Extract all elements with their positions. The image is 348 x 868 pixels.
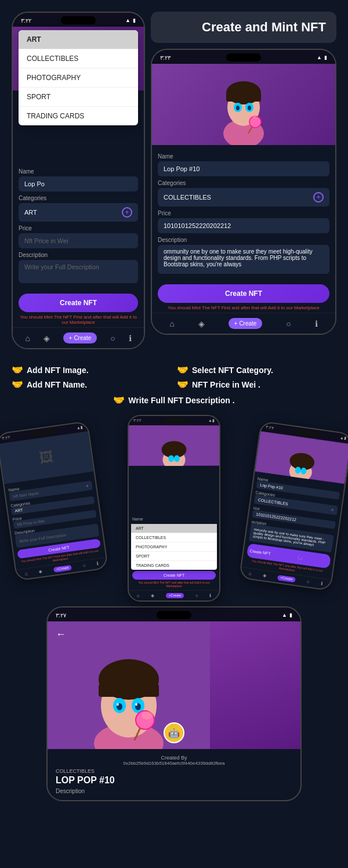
small-info-left[interactable]: ℹ (96, 561, 99, 566)
back-arrow[interactable]: ← (56, 628, 66, 641)
small-create-nav-right-s[interactable]: +Create (277, 575, 296, 583)
svg-point-31 (117, 703, 119, 706)
dropdown-item-sport[interactable]: SPORT (19, 88, 138, 107)
small-dd-trading[interactable]: TRADING CARDS (131, 561, 217, 570)
small-time-center: ۳:۲۲ (133, 418, 142, 423)
battery-icon: ▮ (133, 17, 136, 23)
info-icon-left[interactable]: ℹ (129, 334, 132, 343)
small-home-left[interactable]: ⌂ (24, 571, 28, 577)
price-input-right[interactable]: 1010101252220202212 (158, 218, 329, 233)
svg-point-16 (174, 455, 180, 462)
categories-value-right: COLLECTIBLES (164, 194, 211, 201)
small-cat-value-right-s: COLLECTIBLES (258, 497, 288, 505)
bottom-phone-section: ۳:۲۷ ▲ ▮ ← (0, 601, 348, 807)
instructions-section: 🤝 Add NFT Image. 🤝 Select NFT Category. … (0, 355, 348, 415)
instruction-icon-3: 🤝 (12, 379, 23, 390)
svg-point-15 (168, 455, 174, 462)
create-nav-btn-left[interactable]: + Create (63, 332, 97, 343)
svg-point-36 (142, 711, 153, 719)
small-plus-left: + (85, 483, 89, 489)
home-icon-right[interactable]: ⌂ (169, 319, 174, 328)
categories-value-left: ART (24, 209, 37, 216)
layers-icon-left[interactable]: ◈ (44, 334, 50, 343)
wifi-icon-right: ▲ (317, 55, 322, 60)
placeholder-icon: 🖼 (38, 449, 55, 466)
dropdown-item-trading-cards[interactable]: TRADING CARDS (19, 107, 138, 125)
small-create-nav-left[interactable]: +Create (53, 565, 72, 572)
small-dd-art[interactable]: ART (131, 524, 217, 533)
small-layers-left[interactable]: ◈ (38, 569, 42, 575)
desc-label-left: Description (19, 252, 138, 258)
small-user-left[interactable]: ○ (82, 563, 86, 569)
categories-plus-icon[interactable]: + (122, 207, 132, 218)
create-nav-btn-right[interactable]: + Create (229, 318, 263, 329)
small-dd-photography[interactable]: PHOTOGRAPHY (131, 542, 217, 552)
instruction-text-4: NFT Price in Wei . (192, 380, 260, 389)
three-phones-section: ۳:۲۲ ▲▮ 🖼 Name Nft Item Name + Categorie… (0, 415, 348, 601)
small-dd-collectibles[interactable]: COLLECTIBLES (131, 533, 217, 542)
home-icon-left[interactable]: ⌂ (25, 334, 30, 343)
small-info-right-s[interactable]: ℹ (320, 581, 322, 586)
category-tag: COLLECTIBLES (56, 768, 292, 774)
bottom-phone-notch (157, 611, 191, 619)
small-home-center[interactable]: ⌂ (137, 593, 140, 598)
small-create-nav-center[interactable]: +Create (166, 593, 184, 598)
desc-label-right: Description (158, 237, 329, 243)
svg-point-35 (104, 711, 116, 719)
small-time-left: ۳:۲۲ (2, 435, 11, 441)
small-icons-right-s: ▲▮ (340, 435, 347, 440)
categories-input-left[interactable]: ART + (19, 203, 138, 222)
small-user-right-s[interactable]: ○ (306, 579, 310, 585)
small-home-right-s[interactable]: ⌂ (248, 571, 252, 577)
phone-notch-left (61, 16, 96, 24)
instruction-1: 🤝 Add NFT Image. (12, 364, 171, 375)
phone-small-right: ۳:۲۳ ▲▮ Name Lop Pop #10 Categories COLL… (239, 421, 348, 591)
dropdown-item-art[interactable]: ART (19, 30, 138, 49)
small-create-btn-center[interactable]: Create NFT (132, 571, 216, 580)
small-status-center: ۳:۲۲ ▲▮ (129, 416, 219, 425)
status-bar-left: ۳:۲۲ ▲ ▮ (13, 13, 144, 27)
categories-plus-icon-right[interactable]: + (313, 192, 324, 202)
name-input-right[interactable]: Lop Pop #10 (158, 161, 329, 176)
dropdown-item-photography[interactable]: PHOTOGRAPHY (19, 68, 138, 88)
title-card: Create and Mint NFT (151, 12, 336, 43)
small-layers-center[interactable]: ◈ (151, 593, 154, 598)
price-label-right: Price (158, 210, 329, 216)
svg-point-11 (251, 113, 258, 117)
small-info-center[interactable]: ℹ (209, 593, 211, 598)
instruction-4: 🤝 NFT Price in Wei . (177, 379, 336, 390)
dropdown-item-collectibles[interactable]: COLLECTIBLES (19, 49, 138, 68)
categories-label-right: Categories (158, 180, 329, 186)
price-label-left: Price (19, 225, 138, 232)
small-icons-center: ▲▮ (208, 418, 215, 423)
nft-name-bottom: LOP POP #10 (56, 775, 292, 786)
desc-input-right[interactable]: ommunity one by one to make sure they me… (158, 245, 329, 274)
instruction-icon-5: 🤝 (113, 395, 125, 406)
name-input-left[interactable]: Lop Po (19, 176, 138, 191)
user-icon-left[interactable]: ○ (110, 334, 115, 343)
category-dropdown[interactable]: ART COLLECTIBLES PHOTOGRAPHY SPORT TRADI… (19, 30, 138, 125)
small-dd-sport[interactable]: SPORT (131, 552, 217, 561)
layers-icon-right[interactable]: ◈ (198, 319, 205, 328)
name-value-right: Lop Pop #10 (164, 165, 200, 172)
phone-bottom: ۳:۲۷ ▲ ▮ ← (46, 606, 302, 801)
nav-right: ⌂ ◈ + Create ○ ℹ (152, 313, 335, 334)
svg-point-6 (236, 106, 240, 110)
categories-input-right[interactable]: COLLECTIBLES + (158, 188, 329, 207)
desc-placeholder-left: Write your Full Description (24, 263, 99, 270)
create-btn-left[interactable]: Create NFT (19, 294, 138, 312)
small-image-center (129, 425, 219, 466)
user-icon-right[interactable]: ○ (286, 319, 291, 328)
info-icon-right[interactable]: ℹ (315, 319, 318, 328)
desc-input-left[interactable]: Write your Full Description (19, 260, 138, 283)
small-layers-right-s[interactable]: ◈ (262, 573, 266, 578)
price-input-left[interactable]: Nft Price in Wei (19, 233, 138, 248)
right-panel: Create and Mint NFT ۳:۲۳ ▲ ▮ (151, 12, 336, 335)
small-dropdown-center[interactable]: ART COLLECTIBLES PHOTOGRAPHY SPORT TRADI… (131, 524, 217, 570)
phone-left: ۳:۲۲ ▲ ▮ ART COLLECTIBLES PHOTOGRAPHY SP… (12, 12, 145, 349)
bottom-character-svg (48, 621, 210, 749)
small-user-center[interactable]: ○ (195, 593, 198, 598)
create-btn-right[interactable]: Create NFT (158, 284, 329, 303)
svg-rect-3 (226, 93, 261, 102)
create-label-right-s: Create NFT (249, 548, 271, 555)
